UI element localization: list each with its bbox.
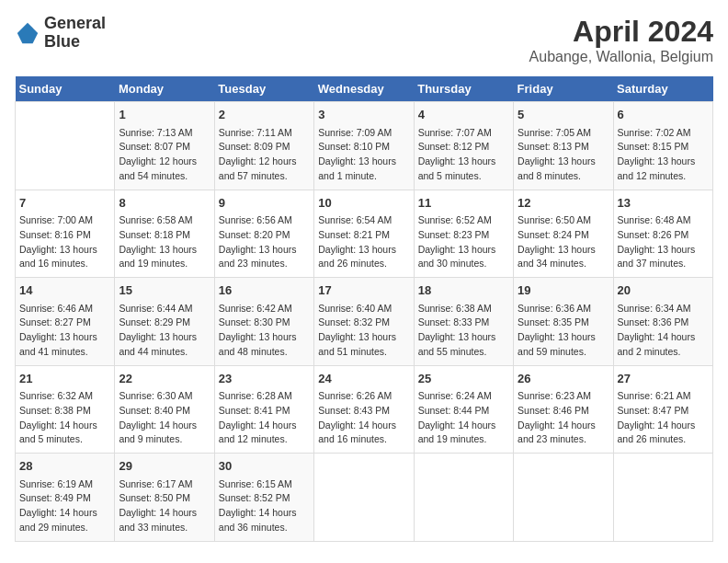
- day-info: Sunrise: 6:52 AMSunset: 8:23 PMDaylight:…: [418, 213, 509, 271]
- calendar-cell: 25Sunrise: 6:24 AMSunset: 8:44 PMDayligh…: [414, 365, 513, 454]
- week-row-2: 7Sunrise: 7:00 AMSunset: 8:16 PMDaylight…: [16, 190, 713, 278]
- logo-line2: Blue: [44, 33, 106, 52]
- calendar-cell: 9Sunrise: 6:56 AMSunset: 8:20 PMDaylight…: [214, 190, 313, 278]
- calendar-cell: 4Sunrise: 7:07 AMSunset: 8:12 PMDaylight…: [414, 102, 513, 190]
- column-header-tuesday: Tuesday: [214, 76, 313, 102]
- calendar-cell: 11Sunrise: 6:52 AMSunset: 8:23 PMDayligh…: [414, 190, 513, 278]
- day-info: Sunrise: 6:50 AMSunset: 8:24 PMDaylight:…: [518, 213, 609, 271]
- day-number: 23: [219, 370, 310, 388]
- day-number: 15: [119, 282, 210, 300]
- calendar-cell: 13Sunrise: 6:48 AMSunset: 8:26 PMDayligh…: [613, 190, 712, 278]
- day-number: 24: [318, 370, 409, 388]
- logo-line1: General: [44, 15, 106, 33]
- calendar-cell: 12Sunrise: 6:50 AMSunset: 8:24 PMDayligh…: [514, 190, 613, 278]
- day-number: 28: [19, 457, 110, 476]
- day-info: Sunrise: 6:15 AMSunset: 8:52 PMDaylight:…: [219, 477, 310, 535]
- calendar-cell: 7Sunrise: 7:00 AMSunset: 8:16 PMDaylight…: [16, 190, 115, 278]
- day-info: Sunrise: 7:05 AMSunset: 8:13 PMDaylight:…: [518, 126, 609, 184]
- calendar-cell: 17Sunrise: 6:40 AMSunset: 8:32 PMDayligh…: [314, 278, 414, 366]
- column-header-sunday: Sunday: [16, 76, 115, 102]
- column-header-thursday: Thursday: [414, 76, 513, 102]
- svg-marker-0: [17, 23, 38, 43]
- day-number: 4: [418, 106, 509, 124]
- day-info: Sunrise: 7:07 AMSunset: 8:12 PMDaylight:…: [418, 126, 509, 184]
- day-info: Sunrise: 7:09 AMSunset: 8:10 PMDaylight:…: [318, 126, 409, 184]
- day-number: 30: [219, 457, 310, 476]
- day-info: Sunrise: 7:00 AMSunset: 8:16 PMDaylight:…: [19, 213, 110, 271]
- day-info: Sunrise: 6:28 AMSunset: 8:41 PMDaylight:…: [219, 389, 310, 447]
- day-number: 16: [219, 282, 310, 300]
- calendar-cell: 29Sunrise: 6:17 AMSunset: 8:50 PMDayligh…: [115, 454, 214, 542]
- calendar-cell: 18Sunrise: 6:38 AMSunset: 8:33 PMDayligh…: [414, 278, 513, 366]
- calendar-cell: 2Sunrise: 7:11 AMSunset: 8:09 PMDaylight…: [214, 102, 313, 190]
- day-number: 3: [318, 106, 409, 124]
- day-number: 2: [219, 106, 310, 124]
- day-number: 22: [119, 370, 210, 388]
- day-number: 12: [518, 194, 609, 213]
- column-header-monday: Monday: [115, 76, 214, 102]
- day-number: 26: [518, 370, 609, 388]
- day-info: Sunrise: 6:19 AMSunset: 8:49 PMDaylight:…: [19, 477, 110, 535]
- day-number: 14: [19, 282, 110, 300]
- day-number: 5: [518, 106, 609, 124]
- calendar-cell: [314, 454, 414, 542]
- main-title: April 2024: [529, 15, 713, 49]
- day-number: 10: [318, 194, 409, 213]
- logo-icon: [15, 20, 40, 46]
- day-info: Sunrise: 7:11 AMSunset: 8:09 PMDaylight:…: [219, 126, 310, 184]
- day-number: 1: [119, 106, 210, 124]
- calendar-cell: 30Sunrise: 6:15 AMSunset: 8:52 PMDayligh…: [214, 454, 313, 542]
- calendar-table: SundayMondayTuesdayWednesdayThursdayFrid…: [15, 76, 713, 542]
- calendar-cell: 6Sunrise: 7:02 AMSunset: 8:15 PMDaylight…: [613, 102, 712, 190]
- calendar-cell: 15Sunrise: 6:44 AMSunset: 8:29 PMDayligh…: [115, 278, 214, 366]
- column-header-saturday: Saturday: [613, 76, 712, 102]
- day-info: Sunrise: 6:24 AMSunset: 8:44 PMDaylight:…: [418, 389, 509, 447]
- day-info: Sunrise: 6:36 AMSunset: 8:35 PMDaylight:…: [518, 302, 609, 360]
- calendar-cell: 3Sunrise: 7:09 AMSunset: 8:10 PMDaylight…: [314, 102, 414, 190]
- calendar-cell: 8Sunrise: 6:58 AMSunset: 8:18 PMDaylight…: [115, 190, 214, 278]
- title-block: April 2024 Aubange, Wallonia, Belgium: [529, 15, 713, 65]
- day-number: 21: [19, 370, 110, 388]
- calendar-cell: 24Sunrise: 6:26 AMSunset: 8:43 PMDayligh…: [314, 365, 414, 454]
- calendar-cell: 14Sunrise: 6:46 AMSunset: 8:27 PMDayligh…: [16, 278, 115, 366]
- page-header: General Blue April 2024 Aubange, Walloni…: [15, 15, 713, 65]
- day-info: Sunrise: 6:46 AMSunset: 8:27 PMDaylight:…: [19, 302, 110, 360]
- day-number: 25: [418, 370, 509, 388]
- week-row-5: 28Sunrise: 6:19 AMSunset: 8:49 PMDayligh…: [16, 454, 713, 542]
- calendar-cell: 20Sunrise: 6:34 AMSunset: 8:36 PMDayligh…: [613, 278, 712, 366]
- calendar-cell: 27Sunrise: 6:21 AMSunset: 8:47 PMDayligh…: [613, 365, 712, 454]
- column-header-wednesday: Wednesday: [314, 76, 414, 102]
- calendar-cell: 21Sunrise: 6:32 AMSunset: 8:38 PMDayligh…: [16, 365, 115, 454]
- day-number: 13: [618, 194, 709, 213]
- calendar-cell: 22Sunrise: 6:30 AMSunset: 8:40 PMDayligh…: [115, 365, 214, 454]
- subtitle: Aubange, Wallonia, Belgium: [529, 49, 713, 65]
- day-info: Sunrise: 6:48 AMSunset: 8:26 PMDaylight:…: [618, 213, 709, 271]
- day-number: 11: [418, 194, 509, 213]
- day-info: Sunrise: 6:58 AMSunset: 8:18 PMDaylight:…: [119, 213, 210, 271]
- day-info: Sunrise: 6:32 AMSunset: 8:38 PMDaylight:…: [19, 389, 110, 447]
- calendar-cell: 16Sunrise: 6:42 AMSunset: 8:30 PMDayligh…: [214, 278, 313, 366]
- day-number: 18: [418, 282, 509, 300]
- day-info: Sunrise: 7:13 AMSunset: 8:07 PMDaylight:…: [119, 126, 210, 184]
- day-number: 19: [518, 282, 609, 300]
- day-number: 8: [119, 194, 210, 213]
- calendar-cell: 23Sunrise: 6:28 AMSunset: 8:41 PMDayligh…: [214, 365, 313, 454]
- column-headers: SundayMondayTuesdayWednesdayThursdayFrid…: [16, 76, 713, 102]
- day-number: 7: [19, 194, 110, 213]
- day-info: Sunrise: 6:17 AMSunset: 8:50 PMDaylight:…: [119, 477, 210, 535]
- day-number: 27: [618, 370, 709, 388]
- day-info: Sunrise: 6:23 AMSunset: 8:46 PMDaylight:…: [518, 389, 609, 447]
- day-number: 9: [219, 194, 310, 213]
- calendar-cell: 1Sunrise: 7:13 AMSunset: 8:07 PMDaylight…: [115, 102, 214, 190]
- calendar-cell: 26Sunrise: 6:23 AMSunset: 8:46 PMDayligh…: [514, 365, 613, 454]
- day-number: 20: [618, 282, 709, 300]
- day-info: Sunrise: 7:02 AMSunset: 8:15 PMDaylight:…: [618, 126, 709, 184]
- week-row-1: 1Sunrise: 7:13 AMSunset: 8:07 PMDaylight…: [16, 102, 713, 190]
- day-info: Sunrise: 6:21 AMSunset: 8:47 PMDaylight:…: [618, 389, 709, 447]
- column-header-friday: Friday: [514, 76, 613, 102]
- day-info: Sunrise: 6:44 AMSunset: 8:29 PMDaylight:…: [119, 302, 210, 360]
- calendar-cell: 10Sunrise: 6:54 AMSunset: 8:21 PMDayligh…: [314, 190, 414, 278]
- calendar-cell: [514, 454, 613, 542]
- day-info: Sunrise: 6:34 AMSunset: 8:36 PMDaylight:…: [618, 302, 709, 360]
- calendar-cell: 5Sunrise: 7:05 AMSunset: 8:13 PMDaylight…: [514, 102, 613, 190]
